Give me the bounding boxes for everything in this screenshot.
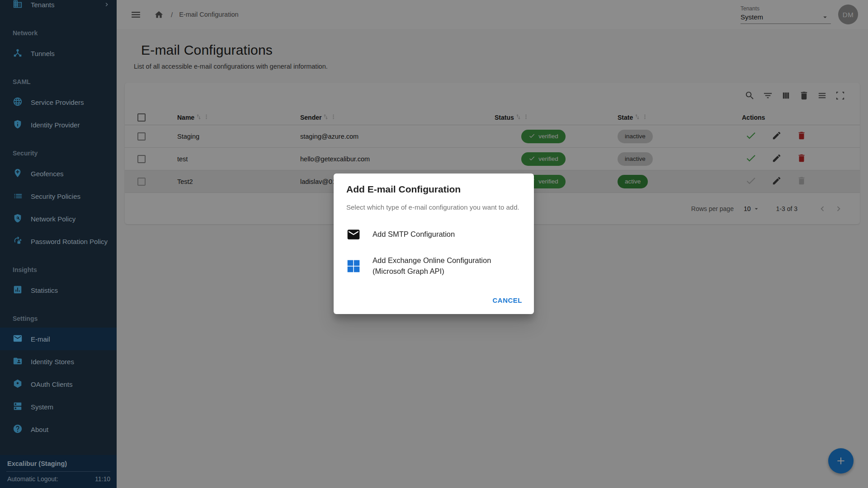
app-name-label: Excalibur (Staging) <box>6 460 110 467</box>
folder-user-icon <box>13 356 23 367</box>
sidebar-section-network: Network <box>0 29 117 38</box>
sidebar-item-network-policy[interactable]: Network Policy <box>0 207 117 230</box>
sidebar-item-label: OAuth Clients <box>31 380 73 388</box>
help-icon <box>13 424 23 435</box>
sidebar-section-settings: Settings <box>0 315 117 324</box>
dialog-option-add-exchange-online-configuration[interactable]: Add Exchange Online Configuration(Micros… <box>334 251 534 282</box>
sidebar-item-label: Tunnels <box>31 50 55 57</box>
tenants-icon <box>13 0 23 10</box>
sidebar-item-about[interactable]: About <box>0 418 117 441</box>
sidebar-item-label: E-mail <box>31 335 50 343</box>
shield-info-icon <box>13 119 23 131</box>
logout-label: Automatic Logout: <box>7 475 58 483</box>
sidebar-item-label: Geofences <box>31 170 64 178</box>
sidebar-nav: NetworkTunnelsSAMLService ProvidersIdent… <box>0 29 117 441</box>
dialog-options: Add SMTP ConfigurationAdd Exchange Onlin… <box>334 222 534 282</box>
dialog-title: Add E-mail Configuration <box>346 184 521 195</box>
globe-icon <box>13 97 23 108</box>
smtp-envelope-icon <box>346 227 361 242</box>
sidebar-item-service-providers[interactable]: Service Providers <box>0 91 117 113</box>
sidebar-item-password-rotation-policy[interactable]: Password Rotation Policy <box>0 230 117 253</box>
dns-icon <box>13 401 23 413</box>
dialog-option-label: Add Exchange Online Configuration(Micros… <box>373 255 491 277</box>
sidebar-item-label: Service Providers <box>31 99 84 106</box>
sidebar-item-geofences[interactable]: Geofences <box>0 162 117 185</box>
rotate-lock-icon <box>13 236 23 247</box>
token-icon <box>13 379 23 390</box>
sidebar-item-e-mail[interactable]: E-mail <box>0 328 117 350</box>
dialog-actions: CANCEL <box>488 293 527 308</box>
app-root: Tenants NetworkTunnelsSAMLService Provid… <box>0 0 868 488</box>
sidebar-item-label: Security Policies <box>31 192 80 200</box>
sidebar-item-label: Statistics <box>31 286 58 294</box>
sidebar: Tenants NetworkTunnelsSAMLService Provid… <box>0 0 117 488</box>
dialog-subtitle: Select which type of e-mail configuratio… <box>346 203 521 211</box>
chevron-right-icon <box>103 1 110 8</box>
sidebar-item-system[interactable]: System <box>0 395 117 418</box>
footer-divider <box>6 471 110 472</box>
sidebar-item-label: System <box>31 403 53 411</box>
list-icon <box>13 191 23 202</box>
sidebar-item-label: Identity Provider <box>31 121 80 129</box>
sidebar-item-statistics[interactable]: Statistics <box>0 279 117 301</box>
sidebar-item-security-policies[interactable]: Security Policies <box>0 185 117 207</box>
logout-row: Automatic Logout: 11:10 <box>6 475 110 483</box>
sidebar-item-label: About <box>31 426 48 433</box>
dialog-option-add-smtp-configuration[interactable]: Add SMTP Configuration <box>334 222 534 247</box>
sidebar-item-label: Password Rotation Policy <box>31 238 108 245</box>
sidebar-item-identity-stores[interactable]: Identity Stores <box>0 350 117 373</box>
tunnels-icon <box>13 48 23 59</box>
sidebar-item-label: Network Policy <box>31 215 75 223</box>
sidebar-section-insights: Insights <box>0 266 117 275</box>
sidebar-section-saml: SAML <box>0 78 117 87</box>
shield-search-icon <box>13 213 23 225</box>
cancel-button[interactable]: CANCEL <box>488 293 527 308</box>
sidebar-item-label: Identity Stores <box>31 358 74 366</box>
sidebar-item-tenants[interactable]: Tenants <box>0 0 117 16</box>
sidebar-item-identity-provider[interactable]: Identity Provider <box>0 113 117 136</box>
sidebar-footer: Excalibur (Staging) Automatic Logout: 11… <box>0 455 117 488</box>
geofence-pin-icon <box>13 168 23 179</box>
microsoft-icon <box>346 259 361 273</box>
dialog-option-label: Add SMTP Configuration <box>373 229 455 240</box>
logout-timer: 11:10 <box>95 475 110 483</box>
sidebar-item-tunnels[interactable]: Tunnels <box>0 42 117 65</box>
sidebar-section-security: Security <box>0 150 117 159</box>
bar-chart-icon <box>13 285 23 296</box>
email-icon <box>13 333 23 345</box>
sidebar-item-label: Tenants <box>31 1 55 9</box>
sidebar-item-oauth-clients[interactable]: OAuth Clients <box>0 373 117 395</box>
add-email-configuration-dialog: Add E-mail Configuration Select which ty… <box>334 174 534 314</box>
